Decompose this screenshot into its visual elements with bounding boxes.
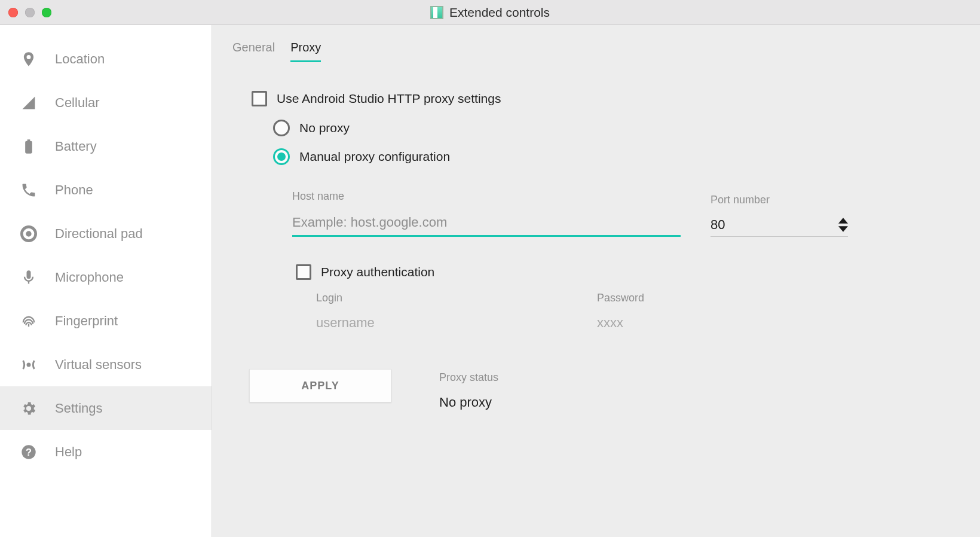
tab-general[interactable]: General bbox=[232, 41, 275, 62]
spin-up-icon[interactable] bbox=[838, 217, 848, 224]
sidebar-item-label: Help bbox=[55, 444, 82, 460]
pin-icon bbox=[20, 51, 37, 68]
use-as-http-checkbox[interactable] bbox=[252, 91, 267, 106]
sidebar-item-microphone[interactable]: Microphone bbox=[0, 255, 212, 299]
port-number-input[interactable]: 80 bbox=[710, 217, 725, 233]
svg-text:?: ? bbox=[26, 446, 32, 457]
sidebar-item-directional-pad[interactable]: Directional pad bbox=[0, 212, 212, 255]
no-proxy-radio[interactable] bbox=[273, 120, 290, 136]
svg-point-2 bbox=[27, 362, 31, 367]
tab-bar: General Proxy bbox=[232, 41, 944, 62]
sidebar-item-virtual-sensors[interactable]: Virtual sensors bbox=[0, 343, 212, 386]
sidebar-item-label: Fingerprint bbox=[55, 313, 118, 329]
signal-icon bbox=[20, 94, 37, 111]
proxy-status-value: No proxy bbox=[439, 395, 498, 410]
window-controls bbox=[8, 8, 51, 17]
dpad-icon bbox=[20, 225, 37, 242]
proxy-status-label: Proxy status bbox=[439, 371, 498, 384]
password-input[interactable]: xxxx bbox=[597, 315, 812, 331]
proxy-auth-label: Proxy authentication bbox=[321, 265, 434, 279]
port-spinner bbox=[838, 217, 848, 233]
host-name-label: Host name bbox=[292, 190, 681, 203]
phone-icon bbox=[20, 182, 37, 199]
sidebar-item-label: Virtual sensors bbox=[55, 357, 142, 373]
titlebar: Extended controls bbox=[0, 0, 980, 25]
sidebar-item-label: Microphone bbox=[55, 270, 124, 285]
battery-icon bbox=[20, 138, 37, 155]
app-icon bbox=[430, 6, 443, 19]
maximize-window-button[interactable] bbox=[42, 8, 51, 17]
tab-proxy[interactable]: Proxy bbox=[290, 41, 321, 62]
sidebar-item-label: Location bbox=[55, 51, 105, 67]
window-title: Extended controls bbox=[449, 5, 550, 20]
sidebar-item-label: Cellular bbox=[55, 95, 100, 111]
host-name-input[interactable] bbox=[292, 213, 681, 237]
spin-down-icon[interactable] bbox=[838, 225, 848, 233]
sidebar-item-fingerprint[interactable]: Fingerprint bbox=[0, 299, 212, 343]
sidebar-item-label: Settings bbox=[55, 401, 103, 416]
login-input[interactable]: username bbox=[316, 315, 531, 331]
sidebar-item-settings[interactable]: Settings bbox=[0, 386, 212, 430]
password-label: Password bbox=[597, 292, 812, 304]
manual-proxy-label: Manual proxy configuration bbox=[299, 149, 450, 164]
help-icon: ? bbox=[20, 444, 37, 460]
sidebar-item-cellular[interactable]: Cellular bbox=[0, 81, 212, 124]
sidebar: Location Cellular Battery Phone Directio… bbox=[0, 25, 212, 537]
minimize-window-button[interactable] bbox=[25, 8, 35, 17]
mic-icon bbox=[20, 269, 37, 286]
manual-proxy-radio[interactable] bbox=[273, 148, 290, 165]
sidebar-item-location[interactable]: Location bbox=[0, 37, 212, 81]
use-as-http-label: Use Android Studio HTTP proxy settings bbox=[277, 91, 501, 106]
sidebar-item-label: Battery bbox=[55, 139, 97, 154]
sidebar-item-help[interactable]: ? Help bbox=[0, 430, 212, 474]
gear-icon bbox=[20, 400, 37, 417]
sidebar-item-battery[interactable]: Battery bbox=[0, 124, 212, 168]
proxy-auth-checkbox[interactable] bbox=[296, 264, 311, 280]
content-pane: General Proxy Use Android Studio HTTP pr… bbox=[212, 25, 980, 537]
login-label: Login bbox=[316, 292, 531, 304]
port-number-label: Port number bbox=[710, 194, 848, 206]
no-proxy-label: No proxy bbox=[299, 121, 350, 135]
sidebar-item-label: Phone bbox=[55, 182, 93, 198]
sensors-icon bbox=[20, 356, 37, 373]
svg-point-1 bbox=[26, 231, 31, 236]
close-window-button[interactable] bbox=[8, 8, 18, 17]
sidebar-item-phone[interactable]: Phone bbox=[0, 168, 212, 212]
apply-button[interactable]: APPLY bbox=[249, 369, 391, 402]
fingerprint-icon bbox=[20, 313, 37, 329]
sidebar-item-label: Directional pad bbox=[55, 226, 143, 242]
